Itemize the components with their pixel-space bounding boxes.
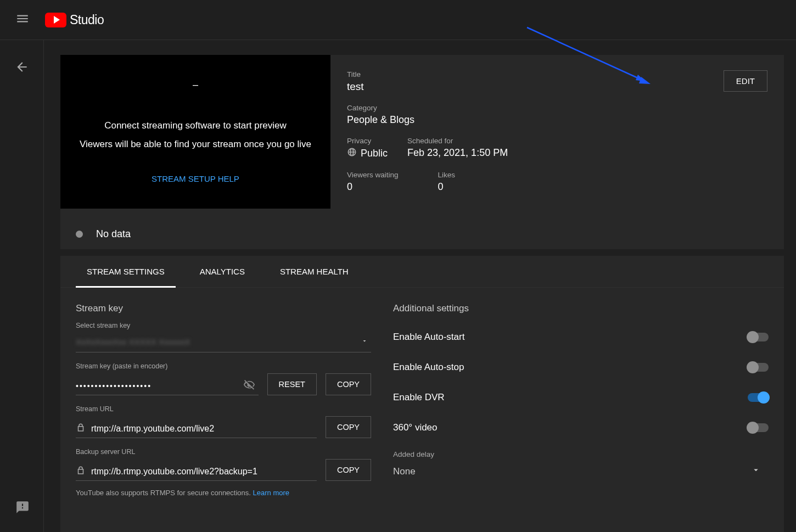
tab-stream-settings[interactable]: STREAM SETTINGS xyxy=(76,256,176,287)
stream-key-select-value: XxXxXxxxXxx XXXXX XxxxxxX xyxy=(76,337,190,346)
privacy-label: Privacy xyxy=(347,137,388,145)
left-rail xyxy=(0,40,44,532)
additional-settings-section: Additional settings Enable Auto-start En… xyxy=(393,303,769,517)
backup-url-label: Backup server URL xyxy=(76,448,371,456)
auto-stop-label: Enable Auto-stop xyxy=(393,362,464,373)
settings-card: STREAM SETTINGS ANALYTICS STREAM HEALTH … xyxy=(60,256,784,532)
backup-url-value: rtmp://b.rtmp.youtube.com/live2?backup=1 xyxy=(91,467,257,477)
stream-title: test xyxy=(347,81,767,93)
stream-url-label: Stream URL xyxy=(76,405,371,413)
tab-bar: STREAM SETTINGS ANALYTICS STREAM HEALTH xyxy=(60,256,784,288)
stream-url-value: rtmp://a.rtmp.youtube.com/live2 xyxy=(91,424,214,434)
stream-key-select[interactable]: XxXxXxxxXxx XXXXX XxxxxxX xyxy=(76,333,371,352)
added-delay-label: Added delay xyxy=(393,450,769,458)
lock-icon xyxy=(76,466,86,478)
tab-analytics[interactable]: ANALYTICS xyxy=(189,256,256,287)
added-delay-value: None xyxy=(393,466,416,477)
top-bar: Studio xyxy=(0,0,796,40)
additional-settings-heading: Additional settings xyxy=(393,303,769,314)
preview-placeholder-icon: – xyxy=(193,79,198,91)
select-stream-key-label: Select stream key xyxy=(76,322,371,329)
title-label: Title xyxy=(347,70,767,79)
youtube-play-icon xyxy=(45,13,66,27)
scheduled-label: Scheduled for xyxy=(407,137,508,145)
lock-icon xyxy=(76,423,86,435)
auto-stop-toggle[interactable] xyxy=(748,363,769,372)
tab-stream-health[interactable]: STREAM HEALTH xyxy=(269,256,360,287)
copy-url-button[interactable]: COPY xyxy=(326,416,371,438)
backup-url-input[interactable]: rtmp://b.rtmp.youtube.com/live2?backup=1 xyxy=(76,462,317,481)
logo-text: Studio xyxy=(70,13,104,27)
youtube-studio-logo[interactable]: Studio xyxy=(45,13,104,27)
back-arrow-icon[interactable] xyxy=(15,60,29,76)
dvr-toggle[interactable] xyxy=(748,393,769,402)
visibility-toggle-icon[interactable] xyxy=(243,379,255,393)
edit-button[interactable]: EDIT xyxy=(724,70,767,92)
preview-box: – Connect streaming software to start pr… xyxy=(60,55,330,209)
stream-metadata: Title test Category People & Blogs Priva… xyxy=(330,55,784,219)
viewers-label: Viewers waiting xyxy=(347,171,399,179)
viewers-value: 0 xyxy=(347,181,399,193)
content: – Connect streaming software to start pr… xyxy=(60,55,784,532)
learn-more-link[interactable]: Learn more xyxy=(253,489,289,497)
hamburger-menu-icon[interactable] xyxy=(15,12,30,28)
dvr-label: Enable DVR xyxy=(393,392,445,403)
privacy-value: Public xyxy=(361,148,388,159)
stream-key-masked: •••••••••••••••••••• xyxy=(76,382,243,390)
stream-key-heading: Stream key xyxy=(76,303,371,314)
rtmps-footnote: YouTube also supports RTMPS for secure c… xyxy=(76,489,371,497)
preview-line2: Viewers will be able to find your stream… xyxy=(80,139,311,150)
status-text: No data xyxy=(96,228,131,240)
chevron-down-icon xyxy=(751,465,761,478)
auto-start-label: Enable Auto-start xyxy=(393,332,464,343)
360-video-label: 360° video xyxy=(393,422,438,433)
status-dot-icon xyxy=(76,231,83,238)
feedback-icon[interactable] xyxy=(15,500,30,517)
category-label: Category xyxy=(347,104,767,112)
stream-url-input[interactable]: rtmp://a.rtmp.youtube.com/live2 xyxy=(76,419,317,438)
stream-key-input[interactable]: •••••••••••••••••••• xyxy=(76,377,259,395)
reset-button[interactable]: RESET xyxy=(267,373,317,395)
stream-setup-help-link[interactable]: STREAM SETUP HELP xyxy=(152,174,239,183)
stream-key-section: Stream key Select stream key XxXxXxxxXxx… xyxy=(76,303,371,517)
likes-value: 0 xyxy=(438,181,456,193)
stream-category: People & Blogs xyxy=(347,114,767,126)
preview-line1: Connect streaming software to start prev… xyxy=(104,120,287,131)
stream-info-card: – Connect streaming software to start pr… xyxy=(60,55,784,249)
added-delay-select[interactable]: None xyxy=(393,465,769,478)
status-bar: No data xyxy=(60,219,784,249)
globe-icon xyxy=(347,147,357,160)
auto-start-toggle[interactable] xyxy=(748,333,769,341)
copy-key-button[interactable]: COPY xyxy=(326,373,371,395)
scheduled-value: Feb 23, 2021, 1:50 PM xyxy=(407,147,508,159)
caret-down-icon xyxy=(361,337,368,346)
stream-key-field-label: Stream key (paste in encoder) xyxy=(76,362,371,370)
likes-label: Likes xyxy=(438,171,456,179)
copy-backup-button[interactable]: COPY xyxy=(326,459,371,481)
360-video-toggle[interactable] xyxy=(748,423,769,432)
